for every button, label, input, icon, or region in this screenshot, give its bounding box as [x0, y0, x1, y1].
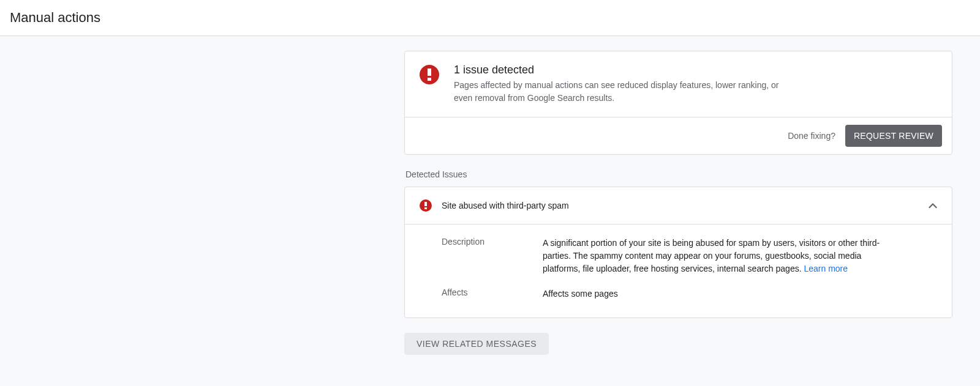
issue-title: Site abused with third-party spam	[442, 201, 929, 210]
issue-body: Description A significant portion of you…	[405, 225, 952, 317]
affects-label: Affects	[442, 288, 543, 300]
detected-issues-label: Detected Issues	[404, 169, 952, 179]
chevron-up-icon	[929, 200, 937, 211]
request-review-button[interactable]: Request Review	[845, 125, 942, 147]
summary-card: 1 issue detected Pages affected by manua…	[404, 51, 952, 155]
page-title: Manual actions	[10, 10, 970, 26]
affects-value: Affects some pages	[543, 288, 886, 300]
issue-card: Site abused with third-party spam Descri…	[404, 187, 952, 318]
error-icon	[420, 65, 439, 84]
page-header: Manual actions	[0, 0, 980, 36]
learn-more-link[interactable]: Learn more	[804, 264, 848, 273]
content-area: 1 issue detected Pages affected by manua…	[0, 36, 980, 386]
done-fixing-label: Done fixing?	[788, 131, 835, 141]
issue-header[interactable]: Site abused with third-party spam	[405, 187, 952, 225]
summary-description: Pages affected by manual actions can see…	[454, 79, 797, 105]
error-icon	[420, 199, 432, 212]
summary-top: 1 issue detected Pages affected by manua…	[405, 51, 952, 117]
description-value: A significant portion of your site is be…	[543, 237, 886, 275]
view-related-messages-button[interactable]: View Related Messages	[404, 333, 549, 355]
description-label: Description	[442, 237, 543, 275]
summary-actions: Done fixing? Request Review	[405, 117, 952, 154]
summary-title: 1 issue detected	[454, 64, 937, 76]
